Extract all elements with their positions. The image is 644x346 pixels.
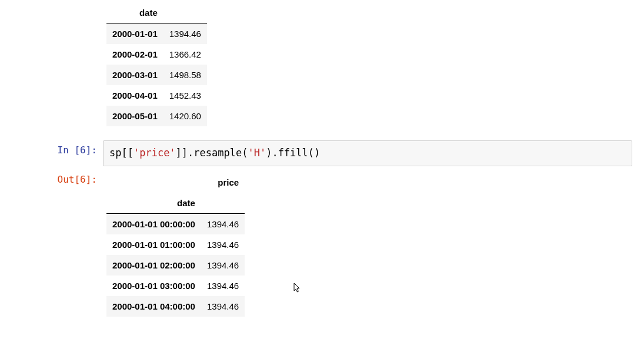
row-value: 1498.58 xyxy=(163,65,207,85)
row-index: 2000-03-01 xyxy=(106,65,163,85)
dataframe-table: price date 2000-01-01 00:00:00 1394.46 2… xyxy=(106,172,245,317)
notebook-container: date 2000-01-01 1394.46 2000-02-01 1366.… xyxy=(0,0,644,317)
row-index: 2000-01-01 00:00:00 xyxy=(106,213,201,234)
table-row: 2000-05-01 1420.60 xyxy=(106,106,207,126)
code-seg: ]].resample( xyxy=(176,147,248,159)
table-row: 2000-02-01 1366.42 xyxy=(106,44,207,65)
index-col-blank xyxy=(106,172,201,193)
row-value: 1394.46 xyxy=(201,213,245,234)
dataframe-table-prev: date 2000-01-01 1394.46 2000-02-01 1366.… xyxy=(106,2,207,126)
index-label: date xyxy=(106,2,163,23)
column-header: price xyxy=(201,172,245,193)
index-label: date xyxy=(106,193,201,214)
output-cell-6: Out[6]: price date 2000-01-01 00:00:00 xyxy=(0,170,644,317)
table-row: 2000-01-01 02:00:00 1394.46 xyxy=(106,255,245,276)
row-value: 1394.46 xyxy=(201,296,245,317)
prompt-spacer xyxy=(0,0,103,4)
row-index: 2000-02-01 xyxy=(106,44,163,65)
input-cell-6: In [6]: sp[['price']].resample('H').ffil… xyxy=(0,140,644,166)
row-index: 2000-01-01 03:00:00 xyxy=(106,276,201,296)
table-row: 2000-01-01 00:00:00 1394.46 xyxy=(106,213,245,234)
table-row: 2000-01-01 03:00:00 1394.46 xyxy=(106,276,245,296)
row-value: 1452.43 xyxy=(163,85,207,106)
code-seg: sp[[ xyxy=(109,147,134,159)
table-row: 2000-01-01 1394.46 xyxy=(106,23,207,45)
row-index: 2000-01-01 02:00:00 xyxy=(106,255,201,276)
row-index: 2000-05-01 xyxy=(106,106,163,126)
table-row: 2000-03-01 1498.58 xyxy=(106,65,207,85)
table-row: 2000-01-01 04:00:00 1394.46 xyxy=(106,296,245,317)
row-value: 1366.42 xyxy=(163,44,207,65)
row-value: 1394.46 xyxy=(201,234,245,255)
table-row: 2000-04-01 1452.43 xyxy=(106,85,207,106)
row-value: 1394.46 xyxy=(201,276,245,296)
input-prompt: In [6]: xyxy=(0,140,103,156)
table-row: 2000-01-01 01:00:00 1394.46 xyxy=(106,234,245,255)
row-index: 2000-01-01 01:00:00 xyxy=(106,234,201,255)
row-value: 1394.46 xyxy=(163,23,207,45)
output-area-prev: date 2000-01-01 1394.46 2000-02-01 1366.… xyxy=(103,0,644,126)
column-header-blank xyxy=(201,193,245,214)
column-header-blank xyxy=(163,2,207,23)
code-string: 'H' xyxy=(248,147,266,159)
output-cell-prev: date 2000-01-01 1394.46 2000-02-01 1366.… xyxy=(0,0,644,126)
row-value: 1394.46 xyxy=(201,255,245,276)
output-prompt: Out[6]: xyxy=(0,170,103,185)
row-value: 1420.60 xyxy=(163,106,207,126)
output-area-6: price date 2000-01-01 00:00:00 1394.46 2… xyxy=(103,170,644,317)
code-seg: ).ffill() xyxy=(266,147,320,159)
row-index: 2000-04-01 xyxy=(106,85,163,106)
code-string: 'price' xyxy=(134,147,176,159)
row-index: 2000-01-01 xyxy=(106,23,163,45)
code-input[interactable]: sp[['price']].resample('H').ffill() xyxy=(103,140,632,166)
row-index: 2000-01-01 04:00:00 xyxy=(106,296,201,317)
